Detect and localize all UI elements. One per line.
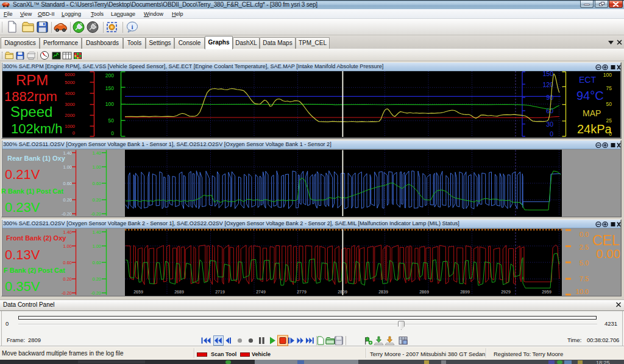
svg-text:i: i xyxy=(131,23,133,30)
